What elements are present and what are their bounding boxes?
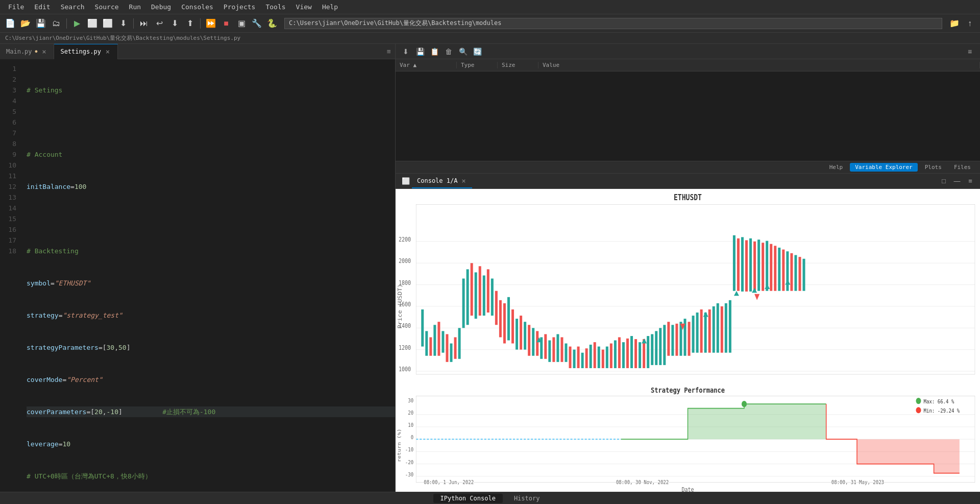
tab-settings-py[interactable]: Settings.py ×	[54, 44, 117, 59]
tab-variable-explorer[interactable]: Variable Explorer	[850, 163, 918, 172]
redo-button[interactable]: ↩	[152, 17, 166, 30]
console-expand-btn[interactable]: □	[938, 176, 949, 187]
menu-help[interactable]: Help	[318, 2, 342, 12]
fast-forward-button[interactable]: ⏩	[204, 17, 218, 30]
svg-rect-34	[495, 291, 498, 325]
var-col-header-value[interactable]: Value	[538, 62, 980, 68]
var-menu-button[interactable]: ≡	[964, 46, 976, 57]
arrow-up-btn[interactable]: ↑	[963, 17, 977, 30]
svg-rect-83	[696, 313, 699, 353]
wrench-button[interactable]: 🔧	[250, 17, 264, 30]
svg-rect-75	[663, 325, 666, 365]
svg-rect-22	[446, 334, 448, 362]
bottom-tab-history[interactable]: History	[507, 494, 547, 503]
svg-rect-89	[721, 306, 723, 353]
tab-main-py[interactable]: Main.py ● ×	[0, 44, 54, 59]
var-header: Var ▲ Type Size Value	[396, 59, 980, 71]
menu-consoles[interactable]: Consoles	[177, 2, 217, 12]
console-tab-close[interactable]: ×	[460, 177, 467, 184]
upload-button[interactable]: ⬆	[183, 17, 197, 30]
bottom-tab-ipython[interactable]: IPython Console	[433, 494, 503, 503]
debug-menu-button[interactable]: ▣	[234, 17, 249, 30]
svg-rect-97	[753, 242, 756, 291]
menu-projects[interactable]: Projects	[219, 2, 260, 12]
svg-point-129	[742, 401, 747, 407]
var-save-button[interactable]: 💾	[414, 46, 426, 57]
menu-run[interactable]: Run	[125, 2, 145, 12]
var-save-as-button[interactable]: 📋	[428, 46, 440, 57]
svg-rect-26	[462, 278, 465, 328]
svg-rect-63	[614, 341, 617, 368]
var-delete-button[interactable]: 🗑	[443, 46, 455, 57]
var-col-header-var[interactable]: Var ▲	[396, 62, 457, 68]
open-file-button[interactable]: 📂	[18, 17, 33, 30]
run-button[interactable]: ▶	[70, 17, 84, 30]
var-import-button[interactable]: ⬇	[400, 46, 412, 57]
svg-rect-70	[643, 339, 645, 368]
svg-rect-69	[639, 342, 641, 368]
console-minimize-btn[interactable]: —	[951, 176, 963, 187]
run-cell-advance-button[interactable]: ⬜	[101, 17, 115, 30]
new-file-button[interactable]: 📄	[3, 17, 17, 30]
svg-rect-78	[675, 324, 678, 356]
svg-rect-27	[467, 269, 469, 325]
svg-rect-72	[651, 334, 653, 365]
svg-text:30: 30	[408, 397, 413, 403]
svg-rect-24	[454, 337, 457, 358]
run-cell-button[interactable]: ⬜	[85, 17, 100, 30]
svg-text:1000: 1000	[399, 366, 411, 373]
svg-rect-100	[766, 241, 768, 291]
menu-debug[interactable]: Debug	[147, 2, 175, 12]
menu-view[interactable]: View	[292, 2, 316, 12]
tab-help[interactable]: Help	[824, 163, 848, 172]
folder-icon-btn[interactable]: 📁	[947, 17, 962, 30]
var-col-header-type[interactable]: Type	[457, 62, 498, 68]
save-button[interactable]: 💾	[34, 17, 48, 30]
svg-rect-109	[802, 259, 805, 291]
svg-rect-77	[671, 325, 674, 356]
step-button[interactable]: ⬇	[116, 17, 130, 30]
svg-rect-65	[622, 342, 625, 368]
tab-main-modified-dot: ●	[35, 49, 38, 54]
svg-text:10: 10	[408, 422, 413, 428]
svg-rect-55	[581, 353, 584, 368]
code-content[interactable]: # Setings # Account initBalance=100 # Ba…	[21, 59, 395, 492]
tab-files[interactable]: Files	[949, 163, 976, 172]
svg-rect-32	[487, 269, 489, 313]
svg-rect-91	[729, 300, 731, 353]
tab-main-close[interactable]: ×	[40, 48, 47, 55]
python-button[interactable]: 🐍	[265, 17, 279, 30]
svg-rect-37	[507, 297, 510, 341]
menu-edit[interactable]: Edit	[30, 2, 54, 12]
var-col-header-size[interactable]: Size	[498, 62, 538, 68]
console-maximize-btn[interactable]: ⬜	[400, 175, 412, 187]
save-all-button[interactable]: 🗂	[49, 17, 63, 30]
download-button[interactable]: ⬇	[167, 17, 182, 30]
console-toolbar-right: □ — ≡	[938, 176, 976, 187]
svg-rect-76	[667, 322, 670, 356]
menu-search[interactable]: Search	[57, 2, 89, 12]
menu-tools[interactable]: Tools	[261, 2, 289, 12]
tabs-menu-button[interactable]: ≡	[383, 45, 395, 58]
var-search-button[interactable]: 🔍	[457, 46, 469, 57]
svg-rect-106	[790, 253, 793, 291]
stop-button[interactable]: ■	[219, 17, 233, 30]
svg-rect-36	[503, 303, 506, 344]
menu-source[interactable]: Source	[91, 2, 123, 12]
svg-rect-38	[511, 309, 514, 344]
tab-plots[interactable]: Plots	[920, 163, 947, 172]
run-to-button[interactable]: ⏭	[137, 17, 151, 30]
svg-text:-20: -20	[405, 459, 413, 465]
svg-rect-84	[700, 309, 703, 353]
bottom-tabs-bar: IPython Console History	[0, 492, 980, 504]
var-refresh-button[interactable]: 🔄	[471, 46, 483, 57]
console-menu-btn[interactable]: ≡	[965, 176, 976, 187]
svg-rect-54	[577, 347, 580, 368]
tab-settings-close[interactable]: ×	[104, 48, 111, 55]
svg-rect-87	[713, 306, 715, 353]
svg-rect-66	[626, 339, 629, 368]
editor-tabs: Main.py ● × Settings.py × ≡	[0, 44, 395, 59]
svg-point-133	[916, 407, 921, 413]
menu-file[interactable]: File	[4, 2, 28, 12]
console-tab-1[interactable]: Console 1/A ×	[412, 174, 472, 188]
